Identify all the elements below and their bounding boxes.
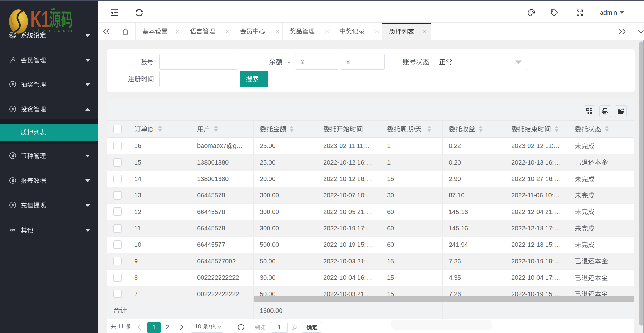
svg-text:K1: K1 xyxy=(31,9,50,28)
